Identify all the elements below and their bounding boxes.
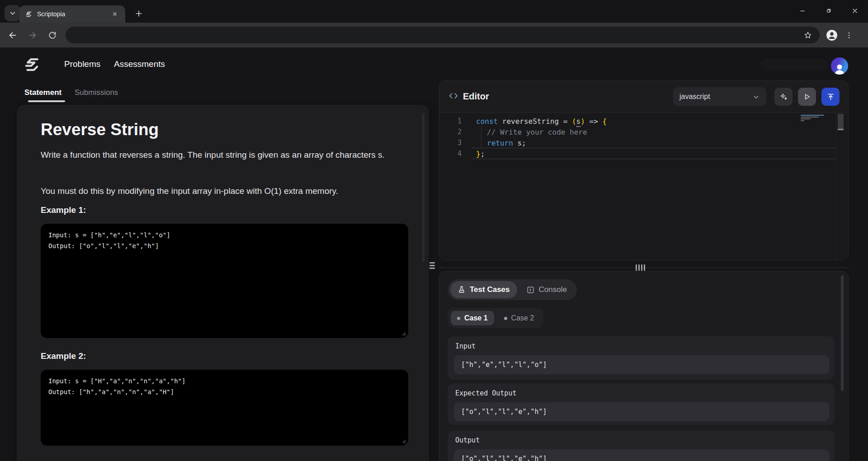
expected-output-label: Expected Output [455,389,516,397]
problem-description: Write a function that reverses a string.… [41,147,423,162]
scriptopia-logo[interactable] [23,55,42,74]
code-token: reverseString = [498,117,572,126]
code-token: => [585,117,603,126]
window-controls [789,0,868,22]
nav-item-assessments[interactable]: Assessments [114,59,165,69]
example-2-input: Input: s = ["H","a","n","n","a","h"] [48,377,185,385]
test-panel-scrollbar-thumb[interactable] [841,275,844,391]
nav-item-problems[interactable]: Problems [64,59,100,69]
active-tab-underline [28,100,65,102]
tab-test-cases[interactable]: Test Cases [450,281,517,298]
tab-label: Console [539,285,567,294]
flask-icon [458,286,466,294]
example-2-block: Input: s = ["H","a","n","n","a","h"] Out… [41,370,408,446]
line-number: 1 [439,117,468,125]
chevron-down-icon [752,93,760,101]
expected-output-field[interactable]: ["o","l","l","e","h"] [454,402,829,421]
example-1-block: Input: s = ["h","e","l","l","o"] Output:… [41,224,408,338]
line-number: 3 [439,139,468,147]
tab-search-button[interactable] [5,5,21,21]
editor-scrollbar-thumb[interactable] [838,114,844,130]
scriptopia-favicon [25,10,33,18]
editor-scrollbar-track[interactable] [836,113,845,260]
plus-icon [134,9,143,18]
test-panel-tabs: Test Cases Console [448,279,577,300]
case-1-button[interactable]: Case 1 [451,311,494,325]
input-value-field[interactable]: ["h","e","l","l","o"] [454,355,829,374]
example-1-input: Input: s = ["h","e","l","l","o"] [48,231,170,239]
case-label: Case 1 [464,314,488,322]
app-window: Scriptopia [0,0,868,461]
code-line: 4}; [439,148,485,159]
restore-button[interactable] [816,0,842,22]
output-section: Output ["o","l","l","e","h"] [448,430,835,461]
horizontal-resize-grip[interactable] [636,264,645,271]
browser-menu-button[interactable] [841,28,857,43]
upload-icon [826,93,835,101]
reload-button[interactable] [45,28,60,43]
code-line: 1const reverseString = (s) => { [439,116,607,127]
code-brackets-icon [448,91,458,101]
language-select[interactable]: javascript [673,87,766,106]
back-icon [8,30,18,40]
forward-button[interactable] [25,28,40,43]
submit-button[interactable] [821,88,840,106]
case-2-button[interactable]: Case 2 [498,311,541,325]
tab-submissions[interactable]: Submissions [75,88,118,97]
code-token: return [487,139,513,147]
terminal-icon [526,286,535,294]
current-line-highlight [471,148,835,159]
example-1-output: Output: ["o","l","l","e","h"] [48,242,159,249]
problem-constraint: You must do this by modifying the input … [41,183,423,198]
line-number: 4 [439,150,468,158]
code-token: s [576,117,581,127]
problem-title: Reverse String [41,120,159,139]
code-token: } [476,150,481,158]
tab-statement[interactable]: Statement [24,88,61,97]
close-icon [851,7,859,14]
test-cases-panel: Test Cases Console Case 1 Case 2 Input [… [439,271,849,461]
example-2-output: Output: ["h","a","n","n","a","H"] [48,388,174,395]
code-token: { [602,117,607,126]
close-window-button[interactable] [842,0,868,22]
tab-label: Test Cases [470,285,510,294]
play-icon [803,93,811,101]
address-bar[interactable] [66,27,820,43]
run-button[interactable] [798,88,816,106]
new-tab-button[interactable] [131,6,146,21]
code-line: 2// Write your code here [439,127,587,137]
resize-grip-icon[interactable] [401,438,406,443]
bookmark-star-icon[interactable] [803,31,812,40]
ai-assist-button[interactable] [774,88,793,106]
browser-tab[interactable]: Scriptopia [19,5,125,23]
nav-placeholder [760,59,827,71]
tab-console[interactable]: Console [519,281,574,298]
problem-statement-panel: Reverse String Write a function that rev… [17,105,429,461]
line-number: 2 [439,128,468,136]
minimap-line [801,120,804,121]
sparkles-icon [779,92,788,101]
editor-title: Editor [463,91,489,102]
code-line: 3return s; [439,137,526,148]
vertical-resize-grip[interactable] [429,262,435,269]
minimap-line [801,117,819,118]
code-token: ( [572,117,576,126]
browser-profile-button[interactable] [824,28,840,43]
minimap[interactable] [801,115,826,122]
minimap-line [801,115,824,116]
code-token: const [476,117,498,126]
profile-icon [826,29,838,41]
minimize-button[interactable] [789,0,816,22]
user-avatar[interactable] [831,57,848,75]
code-token: // Write your code here [487,128,587,136]
back-button[interactable] [5,28,20,43]
tab-close-icon[interactable] [110,9,120,19]
code-token: ) [580,117,585,126]
statement-scrollbar-thumb[interactable] [422,113,425,262]
resize-grip-icon[interactable] [401,330,406,336]
minimap-line [801,118,811,119]
code-token: ; [481,150,485,158]
case-dot-icon [504,317,507,320]
code-editor[interactable]: 1const reverseString = (s) => { 2// Writ… [439,113,848,260]
output-label: Output [455,436,480,444]
